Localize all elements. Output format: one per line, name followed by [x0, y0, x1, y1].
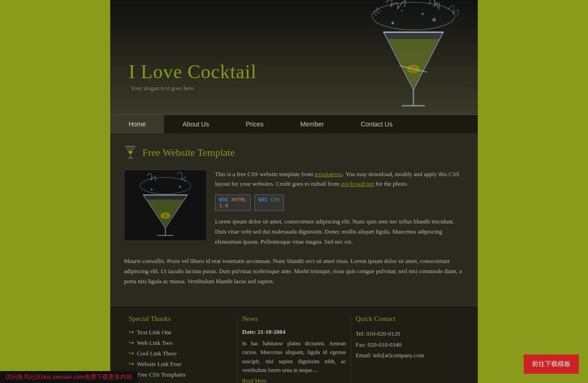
- nav-item-contact[interactable]: Contact Us: [342, 115, 411, 133]
- wine-glass-icon: [124, 143, 137, 162]
- header-text: I Love Cocktail Your slogan text goes he…: [129, 61, 257, 92]
- nav-item-member[interactable]: Member: [282, 115, 342, 133]
- site-slogan: Your slogan text goes here: [130, 85, 257, 92]
- lorem-paragraph-2: Mauris convallis. Proin vel libero id er…: [124, 256, 464, 286]
- contact-tel: Tel: 010-020-0120: [356, 328, 459, 339]
- special-thanks-col: Special Thanks ↪ Text Link One ↪ Web Lin…: [124, 315, 237, 383]
- news-date: Date: 21-10-2084: [242, 328, 346, 336]
- svg-point-10: [432, 18, 436, 22]
- nav-link-home[interactable]: Home: [110, 115, 164, 133]
- svg-point-28: [179, 186, 181, 188]
- intro-part1: This is a free CSS website template from: [215, 171, 315, 177]
- stockvault-link[interactable]: stockvault.net: [341, 180, 374, 187]
- arrow-icon: ↪: [129, 328, 134, 336]
- contact-fax: Fax: 020-010-0340: [356, 339, 459, 350]
- svg-point-12: [401, 10, 403, 11]
- nav-item-prices[interactable]: Prices: [227, 115, 282, 133]
- navigation: Home About Us Prices Member Contact Us: [110, 114, 478, 133]
- page-heading: Free Website Template: [142, 147, 235, 159]
- nav-link-prices[interactable]: Prices: [227, 115, 282, 133]
- thanks-link-3[interactable]: Cool Link Three: [137, 350, 176, 357]
- nav-link-member[interactable]: Member: [282, 115, 342, 133]
- quick-contact-heading: Quick Contact: [356, 315, 459, 323]
- templatemo-link[interactable]: templatemo: [315, 171, 343, 177]
- arrow-icon: ↪: [129, 339, 134, 347]
- watermark-text: 访问鱼鸟社区bbs.xieniao.com免费下载更多内容: [6, 373, 132, 380]
- download-button[interactable]: 前往下载模板: [524, 354, 579, 374]
- header: I Love Cocktail Your slogan text goes he…: [110, 0, 478, 114]
- svg-point-0: [372, 2, 455, 30]
- list-item: ↪ Website Link Four: [129, 360, 232, 368]
- thanks-link-1[interactable]: Text Link One: [137, 329, 172, 336]
- intro-part3: for the photo.: [374, 180, 408, 187]
- watermark-bar: 访问鱼鸟社区bbs.xieniao.com免费下载更多内容: [0, 371, 138, 383]
- svg-marker-5: [388, 39, 439, 87]
- lorem-extended: Mauris convallis. Proin vel libero id er…: [124, 256, 464, 286]
- list-item: ↪ Free CSS Templates: [129, 371, 232, 378]
- badges-area: W3C XHTML1.0 W3C CSS: [215, 194, 464, 211]
- thanks-link-5[interactable]: Free CSS Templates: [137, 371, 186, 378]
- svg-point-26: [164, 214, 167, 217]
- quick-contact-col: Quick Contact Tel: 010-020-0120 Fax: 020…: [351, 315, 464, 383]
- content-image: [124, 170, 207, 241]
- special-thanks-list: ↪ Text Link One ↪ Web Link Two ↪ Cool Li…: [129, 328, 232, 378]
- news-heading: News: [242, 315, 346, 323]
- contact-email: Email: info[at]company.com: [356, 350, 459, 360]
- page-title-area: Free Website Template: [124, 143, 464, 162]
- nav-item-about[interactable]: About Us: [164, 115, 227, 133]
- list-item: ↪ Text Link One: [129, 328, 232, 336]
- read-more-link[interactable]: Read More: [242, 377, 346, 383]
- nav-link-contact[interactable]: Contact Us: [342, 115, 411, 133]
- list-item: ↪ Cool Link Three: [129, 349, 232, 357]
- title-accent: Cocktail: [187, 61, 256, 82]
- nav-link-about[interactable]: About Us: [164, 115, 227, 133]
- header-glass-decoration: [358, 0, 469, 114]
- arrow-icon: ↪: [129, 349, 134, 357]
- svg-point-17: [129, 151, 132, 154]
- thanks-link-4[interactable]: Website Link Four: [137, 360, 181, 368]
- nav-item-home[interactable]: Home: [110, 115, 164, 133]
- svg-point-11: [422, 13, 424, 15]
- css-badge: W3C CSS: [254, 194, 284, 211]
- arrow-icon: ↪: [129, 360, 134, 368]
- nav-list: Home About Us Prices Member Contact Us: [110, 115, 478, 133]
- site-title: I Love Cocktail: [129, 61, 257, 83]
- main-content: Free Website Template: [110, 133, 478, 305]
- thanks-link-2[interactable]: Web Link Two: [137, 339, 172, 347]
- list-item: ↪ Web Link Two: [129, 339, 232, 347]
- svg-point-9: [391, 22, 394, 24]
- news-text: In hac habitasse platea dictumst. Aenean…: [242, 339, 346, 375]
- news-col: News Date: 21-10-2084 In hac habitasse p…: [237, 315, 351, 383]
- content-body: This is a free CSS website template from…: [124, 170, 464, 252]
- special-thanks-heading: Special Thanks: [129, 315, 232, 323]
- footer: Special Thanks ↪ Text Link One ↪ Web Lin…: [110, 305, 478, 383]
- xhtml-badge: W3C XHTML1.0: [215, 194, 251, 211]
- title-plain: I Love: [129, 61, 187, 82]
- svg-point-27: [151, 189, 153, 190]
